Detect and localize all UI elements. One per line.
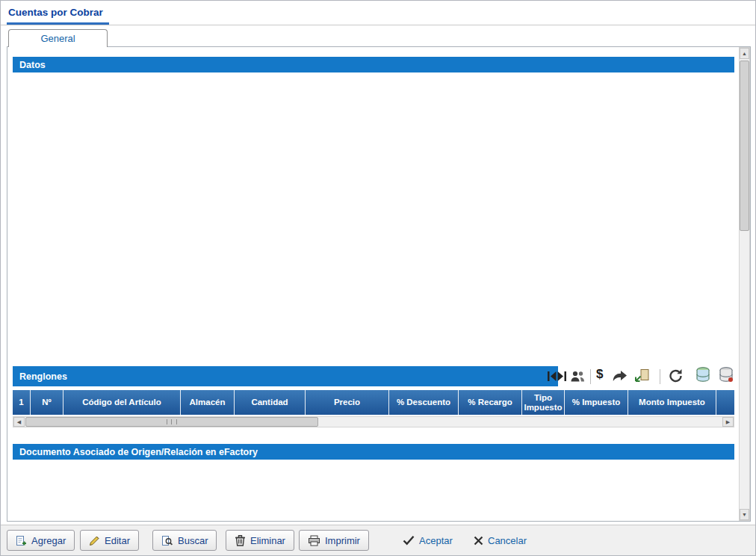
panel-vscrollbar[interactable]: ▲ ▼ <box>739 47 750 521</box>
scroll-up-icon[interactable]: ▲ <box>740 48 749 59</box>
grid-col-pct-recargo[interactable]: % Recargo <box>459 390 522 415</box>
check-icon <box>403 535 415 546</box>
aceptar-button[interactable]: Aceptar <box>394 530 461 551</box>
add-record-icon <box>16 535 27 546</box>
page-title: Cuentas por Cobrar <box>8 7 103 18</box>
grid-col-filler <box>716 390 734 415</box>
tab-general-label: General <box>40 33 75 44</box>
cancelar-label: Cancelar <box>488 535 527 546</box>
hscroll-thumb[interactable] <box>25 417 318 427</box>
title-underline <box>7 22 109 25</box>
editar-button[interactable]: Editar <box>80 530 139 551</box>
import-icon[interactable] <box>634 368 650 383</box>
forward-icon[interactable] <box>612 370 628 382</box>
renglones-section-header: Renglones <box>13 366 558 386</box>
datos-section-header: Datos <box>13 57 734 72</box>
scroll-right-icon[interactable]: ▶ <box>722 417 734 427</box>
grid-col-cantidad[interactable]: Cantidad <box>235 390 306 415</box>
tab-general[interactable]: General <box>8 29 108 47</box>
title-divider <box>1 25 756 25</box>
aceptar-label: Aceptar <box>419 535 453 546</box>
grid-hscrollbar[interactable]: ◀ ▶ <box>13 416 734 427</box>
refresh-icon[interactable] <box>669 368 684 383</box>
eliminar-label: Eliminar <box>250 535 285 546</box>
scroll-down-icon[interactable]: ▼ <box>740 509 749 520</box>
database-icon[interactable] <box>717 366 735 384</box>
vscroll-thumb[interactable] <box>740 61 749 231</box>
grid-col-codigo-articulo[interactable]: Código del Artículo <box>63 390 181 415</box>
imprimir-button[interactable]: Imprimir <box>299 530 369 551</box>
toolbar-separator-2 <box>660 369 660 384</box>
buscar-label: Buscar <box>178 535 208 546</box>
grid-col-almacen[interactable]: Almacén <box>181 390 235 415</box>
toolbar-separator <box>590 369 591 384</box>
cuentas-por-cobrar-window: Cuentas por Cobrar General Datos Tipo: D… <box>0 0 756 556</box>
grid-col-monto-impuesto[interactable]: Monto Impuesto <box>628 390 716 415</box>
printer-icon <box>308 535 320 546</box>
renglones-section-title: Renglones <box>19 371 67 382</box>
grid-col-pct-descuento[interactable]: % Descuento <box>389 390 459 415</box>
grid-col-pct-impuesto[interactable]: % Impuesto <box>565 390 628 415</box>
database-export-icon[interactable] <box>694 366 712 384</box>
doc-asociado-section-title: Documento Asociado de Origen/Relación en… <box>19 447 258 457</box>
renglones-grid-header: 1 Nº Código del Artículo Almacén Cantida… <box>13 390 734 415</box>
grid-col-precio[interactable]: Precio <box>306 390 389 415</box>
doc-asociado-section-header: Documento Asociado de Origen/Relación en… <box>13 444 734 460</box>
eliminar-button[interactable]: Eliminar <box>226 530 294 551</box>
trash-icon <box>235 534 246 546</box>
grid-col-numero[interactable]: Nº <box>31 390 63 415</box>
grid-col-rownum[interactable]: 1 <box>13 390 31 415</box>
buscar-button[interactable]: Buscar <box>152 530 217 551</box>
close-icon <box>474 536 483 546</box>
scroll-left-icon[interactable]: ◀ <box>13 417 25 427</box>
currency-icon[interactable]: $ <box>596 367 603 382</box>
imprimir-label: Imprimir <box>325 535 360 546</box>
datos-section-title: Datos <box>19 60 46 70</box>
agregar-button[interactable]: Agregar <box>7 530 75 551</box>
nav-first-last-icon[interactable] <box>547 371 567 382</box>
edit-pencil-icon <box>89 535 100 546</box>
cancelar-button[interactable]: Cancelar <box>465 530 535 551</box>
editar-label: Editar <box>105 535 130 546</box>
search-doc-icon <box>161 535 173 546</box>
contacts-icon[interactable] <box>570 370 586 383</box>
grid-col-tipo-impuesto[interactable]: Tipo Impuesto <box>522 390 565 415</box>
hscroll-grip <box>167 419 177 424</box>
agregar-label: Agregar <box>31 535 66 546</box>
